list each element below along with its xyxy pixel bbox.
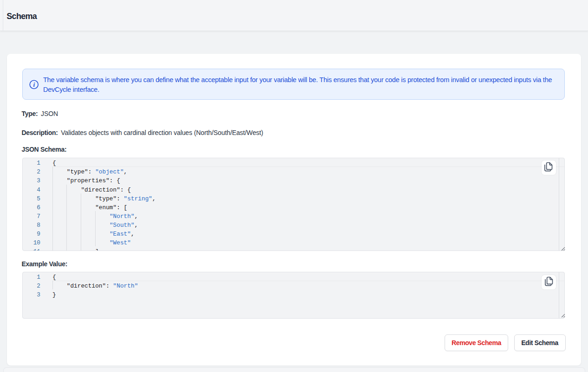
svg-text:i: i xyxy=(33,81,35,88)
